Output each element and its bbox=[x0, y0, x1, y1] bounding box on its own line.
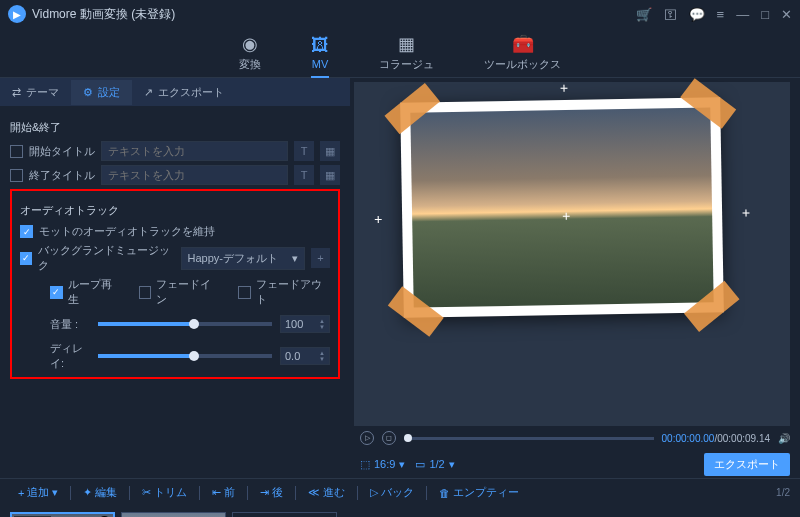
start-title-input[interactable] bbox=[101, 141, 288, 161]
mv-icon: 🖼 bbox=[311, 35, 329, 56]
loop-label: ループ再生 bbox=[68, 277, 121, 307]
before-button[interactable]: ⇤ 前 bbox=[204, 482, 243, 503]
audio-header: オーディオトラック bbox=[20, 203, 330, 218]
after-button[interactable]: ⇥ 後 bbox=[252, 482, 291, 503]
clip-thumbnail-2[interactable] bbox=[121, 512, 226, 517]
stop-button[interactable]: ◻ bbox=[382, 431, 396, 445]
split-selector[interactable]: ▭1/2▾ bbox=[415, 458, 454, 471]
split-icon: ▭ bbox=[415, 458, 425, 471]
edit-button[interactable]: ✦ 編集 bbox=[75, 482, 125, 503]
menu-icon[interactable]: ≡ bbox=[717, 7, 725, 22]
bgm-label: バックグランドミュージック bbox=[38, 243, 174, 273]
tab-collage[interactable]: ▦コラージュ bbox=[379, 33, 434, 72]
handle-center[interactable]: + bbox=[562, 207, 570, 223]
cart-icon[interactable]: 🛒 bbox=[636, 7, 652, 22]
delay-label: ディレイ: bbox=[50, 341, 90, 371]
feedback-icon[interactable]: 💬 bbox=[689, 7, 705, 22]
progress-slider[interactable] bbox=[404, 437, 654, 440]
convert-icon: ◉ bbox=[242, 33, 258, 55]
aspect-icon: ⬚ bbox=[360, 458, 370, 471]
play-button[interactable]: ▷ bbox=[360, 431, 374, 445]
export-button[interactable]: エクスポート bbox=[704, 453, 790, 476]
audio-track-section-highlight: オーディオトラック ✓ モットのオーディオトラックを維持 ✓ バックグランドミュ… bbox=[10, 189, 340, 379]
bgm-dropdown[interactable]: Happy-デフォルト▾ bbox=[181, 247, 305, 270]
theme-icon: ⇄ bbox=[12, 86, 21, 99]
handle-top[interactable]: + bbox=[560, 80, 568, 96]
delay-spinner[interactable]: 0.0▲▼ bbox=[280, 347, 330, 365]
fadeout-checkbox[interactable] bbox=[238, 286, 251, 299]
delay-slider[interactable] bbox=[98, 354, 272, 358]
chevron-down-icon: ▾ bbox=[292, 252, 298, 265]
start-title-color-btn[interactable]: ▦ bbox=[320, 141, 340, 161]
trim-button[interactable]: ✂ トリム bbox=[134, 482, 195, 503]
collage-icon: ▦ bbox=[398, 33, 415, 55]
window-title: Vidmore 動画変換 (未登録) bbox=[32, 6, 636, 23]
subtab-theme[interactable]: ⇄テーマ bbox=[0, 80, 71, 105]
subtab-settings[interactable]: ⚙設定 bbox=[71, 80, 132, 105]
end-title-text-btn[interactable]: T bbox=[294, 165, 314, 185]
end-title-input[interactable] bbox=[101, 165, 288, 185]
forward-button[interactable]: ≪ 進む bbox=[300, 482, 353, 503]
subtab-export[interactable]: ↗エクスポート bbox=[132, 80, 236, 105]
loop-checkbox[interactable]: ✓ bbox=[50, 286, 63, 299]
fadein-checkbox[interactable] bbox=[139, 286, 152, 299]
clip-thumbnail-1[interactable]: 00:00:01 ✕ ▷🔇✦✂ bbox=[10, 512, 115, 517]
volume-icon[interactable]: 🔊 bbox=[778, 433, 790, 444]
preview-canvas: + + + + bbox=[354, 82, 790, 426]
page-indicator: 1/2 bbox=[776, 487, 790, 498]
photo-frame[interactable]: + + + + bbox=[400, 97, 724, 318]
fadein-label: フェードイン bbox=[156, 277, 220, 307]
volume-slider[interactable] bbox=[98, 322, 272, 326]
export-icon: ↗ bbox=[144, 86, 153, 99]
key-icon[interactable]: ⚿ bbox=[664, 7, 677, 22]
tab-mv[interactable]: 🖼MV bbox=[311, 35, 329, 70]
fadeout-label: フェードアウト bbox=[256, 277, 330, 307]
close-icon[interactable]: ✕ bbox=[781, 7, 792, 22]
start-title-checkbox[interactable] bbox=[10, 145, 23, 158]
start-title-label: 開始タイトル bbox=[29, 144, 95, 159]
current-time: 00:00:00.00 bbox=[662, 433, 715, 444]
app-logo: ▶ bbox=[8, 5, 26, 23]
back-button[interactable]: ▷ バック bbox=[362, 482, 422, 503]
handle-left[interactable]: + bbox=[374, 211, 382, 227]
maximize-icon[interactable]: □ bbox=[761, 7, 769, 22]
empty-button[interactable]: 🗑 エンプティー bbox=[431, 482, 527, 503]
end-title-label: 終了タイトル bbox=[29, 168, 95, 183]
keep-original-label: モットのオーディオトラックを維持 bbox=[39, 224, 215, 239]
toolbox-icon: 🧰 bbox=[512, 33, 534, 55]
volume-label: 音量 : bbox=[50, 317, 90, 332]
tab-toolbox[interactable]: 🧰ツールボックス bbox=[484, 33, 561, 72]
handle-right[interactable]: + bbox=[742, 204, 750, 220]
bgm-add-button[interactable]: + bbox=[311, 248, 330, 268]
volume-spinner[interactable]: 100▲▼ bbox=[280, 315, 330, 333]
end-title-checkbox[interactable] bbox=[10, 169, 23, 182]
tab-convert[interactable]: ◉変換 bbox=[239, 33, 261, 72]
gear-icon: ⚙ bbox=[83, 86, 93, 99]
end-title-color-btn[interactable]: ▦ bbox=[320, 165, 340, 185]
start-end-header: 開始&終了 bbox=[10, 120, 340, 135]
total-time: 00:00:09.14 bbox=[717, 433, 770, 444]
bgm-checkbox[interactable]: ✓ bbox=[20, 252, 32, 265]
add-button[interactable]: + 追加 ▾ bbox=[10, 482, 66, 503]
minimize-icon[interactable]: — bbox=[736, 7, 749, 22]
keep-original-checkbox[interactable]: ✓ bbox=[20, 225, 33, 238]
aspect-ratio-selector[interactable]: ⬚16:9▾ bbox=[360, 458, 405, 471]
start-title-text-btn[interactable]: T bbox=[294, 141, 314, 161]
add-clip-button[interactable]: + bbox=[232, 512, 337, 517]
